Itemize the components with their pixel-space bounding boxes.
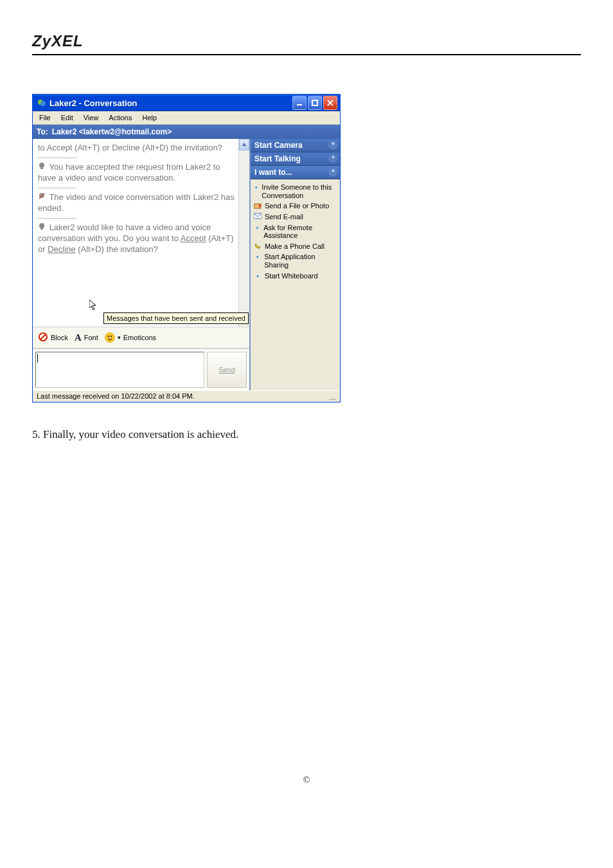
webcam-icon	[38, 162, 47, 173]
start-camera-header[interactable]: Start Camera ˅	[251, 139, 340, 152]
action-remote-assist[interactable]: • Ask for Remote Assistance	[252, 222, 339, 241]
svg-rect-3	[312, 100, 317, 105]
chevron-up-icon: ˄	[328, 168, 337, 177]
convo-text: The video and voice conversation with La…	[38, 192, 235, 213]
bullet-icon: •	[253, 224, 261, 232]
message-input[interactable]	[35, 352, 204, 388]
block-icon	[38, 332, 48, 344]
statusbar: Last message received on 10/22/2002 at 8…	[33, 390, 340, 402]
close-button[interactable]	[323, 96, 337, 110]
menu-file[interactable]: File	[35, 113, 55, 123]
to-label: To:	[37, 127, 48, 136]
app-icon	[37, 98, 47, 108]
action-app-sharing[interactable]: • Start Application Sharing	[252, 251, 339, 270]
action-send-file[interactable]: Send a File or Photo	[252, 201, 339, 212]
action-label: Start Application Sharing	[264, 253, 337, 269]
msn-window: Laker2 - Conversation File Edit View Act…	[32, 94, 341, 402]
separator	[38, 188, 76, 188]
emoticons-button[interactable]: ▾ Emoticons	[105, 332, 156, 343]
page-footer: ©	[32, 775, 581, 786]
svg-marker-13	[89, 300, 96, 310]
action-label: Send E-mail	[265, 213, 303, 221]
action-label: Invite Someone to this Conversation	[262, 183, 337, 199]
mail-icon	[253, 213, 262, 219]
i-want-to-header[interactable]: I want to... ˄	[251, 166, 340, 179]
to-value: Laker2 <lakertw2@hotmail.com>	[52, 127, 172, 136]
titlebar[interactable]: Laker2 - Conversation	[33, 95, 340, 111]
cursor-icon	[89, 300, 98, 315]
svg-point-16	[108, 336, 109, 337]
conversation-pane: to Accept (Alt+T) or Decline (Alt+D) the…	[33, 139, 249, 327]
webcam-request-icon	[38, 222, 47, 233]
scrollbar[interactable]	[238, 139, 249, 327]
action-phone-call[interactable]: Make a Phone Call	[252, 241, 339, 252]
svg-point-17	[111, 336, 112, 337]
action-invite[interactable]: • Invite Someone to this Conversation	[252, 182, 339, 201]
font-button[interactable]: A Font	[75, 332, 98, 343]
format-toolbar: Block A Font ▾ Emoticons	[33, 327, 249, 348]
side-panel: Start Camera ˅ Start Talking ˅ I want to…	[251, 139, 340, 390]
svg-point-1	[40, 101, 46, 106]
status-text: Last message received on 10/22/2002 at 8…	[37, 392, 195, 401]
dropdown-icon: ▾	[118, 334, 121, 341]
svg-point-11	[39, 223, 44, 228]
menu-help[interactable]: Help	[138, 113, 161, 123]
convo-line: to Accept (Alt+T) or Decline (Alt+D) the…	[38, 143, 235, 154]
action-label: Start Whiteboard	[265, 272, 318, 280]
svg-rect-2	[297, 104, 302, 105]
window-title: Laker2 - Conversation	[49, 98, 292, 108]
action-label: Make a Phone Call	[265, 242, 324, 251]
convo-line: You have accepted the request from Laker…	[38, 162, 235, 184]
emoticons-label: Emoticons	[123, 334, 156, 341]
convo-line: The video and voice conversation with La…	[38, 192, 235, 214]
svg-rect-8	[40, 168, 43, 169]
menu-actions[interactable]: Actions	[105, 113, 136, 123]
font-label: Font	[84, 334, 98, 341]
start-talking-header[interactable]: Start Talking ˅	[251, 152, 340, 166]
minimize-button[interactable]	[292, 96, 306, 110]
start-talking-label: Start Talking	[254, 154, 301, 163]
action-list: • Invite Someone to this Conversation Se…	[251, 179, 340, 284]
to-bar: To: Laker2 <lakertw2@hotmail.com>	[33, 125, 340, 139]
i-want-to-label: I want to...	[254, 168, 292, 177]
action-label: Ask for Remote Assistance	[263, 224, 337, 240]
bullet-icon: •	[253, 272, 262, 280]
smile-icon	[105, 332, 115, 343]
convo-text: (Alt+D) the invitation?	[76, 244, 158, 254]
action-label: Send a File or Photo	[265, 202, 329, 210]
scroll-up-icon[interactable]	[239, 139, 249, 150]
separator	[38, 158, 76, 158]
menu-view[interactable]: View	[80, 113, 103, 123]
phone-icon	[253, 242, 262, 250]
menubar: File Edit View Actions Help	[33, 111, 340, 125]
block-button[interactable]: Block	[38, 332, 68, 344]
block-label: Block	[51, 334, 68, 341]
accept-link[interactable]: Accept	[181, 233, 206, 243]
caption-text: 5. Finally, your video conversation is a…	[32, 428, 581, 441]
action-send-email[interactable]: Send E-mail	[252, 212, 339, 222]
send-label: Send	[218, 366, 235, 374]
start-camera-label: Start Camera	[254, 141, 303, 150]
page-header: ZyXEL	[32, 32, 581, 55]
decline-link[interactable]: Decline	[48, 244, 75, 254]
send-button[interactable]: Send	[207, 352, 247, 388]
action-whiteboard[interactable]: • Start Whiteboard	[252, 271, 339, 282]
svg-marker-6	[242, 143, 246, 146]
tooltip: Messages that have been sent and receive…	[103, 312, 249, 324]
font-icon: A	[75, 332, 82, 343]
separator	[38, 218, 76, 219]
resize-gripper-icon[interactable]: ⣀⣀	[328, 392, 336, 401]
menu-edit[interactable]: Edit	[57, 113, 77, 123]
bullet-icon: •	[253, 183, 259, 192]
maximize-button[interactable]	[308, 96, 322, 110]
svg-rect-12	[40, 228, 43, 230]
chevron-down-icon: ˅	[328, 141, 337, 150]
webcam-off-icon	[38, 192, 47, 203]
convo-text: You have accepted the request from Laker…	[38, 162, 220, 183]
svg-point-7	[39, 163, 44, 168]
svg-line-15	[40, 334, 46, 339]
chevron-down-icon: ˅	[328, 154, 337, 163]
bullet-icon: •	[253, 253, 262, 261]
convo-line: Laker2 would like to have a video and vo…	[38, 222, 235, 255]
file-icon	[253, 202, 262, 210]
